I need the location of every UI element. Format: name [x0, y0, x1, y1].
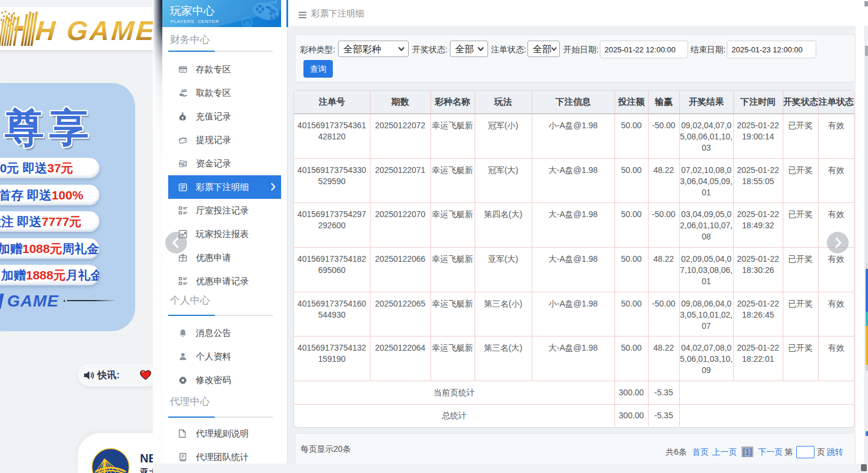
- svg-text:¥: ¥: [182, 116, 184, 120]
- svg-text:H GAME: H GAME: [35, 15, 155, 46]
